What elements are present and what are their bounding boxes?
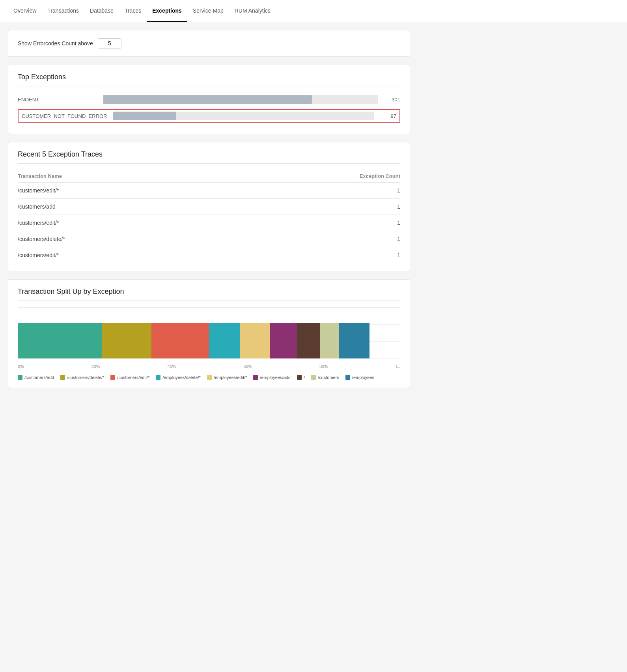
legend-item: /employees/delete/* — [156, 375, 201, 380]
filter-row: Show Errorcodes Count above — [18, 38, 400, 49]
legend-label: /employees/edit/* — [214, 375, 247, 380]
exception-row-highlighted[interactable]: CUSTOMER_NOT_FOUND_ERROR97 — [18, 109, 400, 123]
exception-count: 97 — [381, 113, 396, 119]
transaction-name-cell: /customers/add — [18, 199, 223, 215]
nav-item-rum-analytics[interactable]: RUM Analytics — [229, 0, 276, 22]
nav-item-overview[interactable]: Overview — [8, 0, 42, 22]
exception-row[interactable]: ENOENT301 — [18, 93, 400, 106]
table-row[interactable]: /customers/edit/*1 — [18, 183, 400, 199]
exception-name: CUSTOMER_NOT_FOUND_ERROR — [22, 113, 107, 119]
bar-segment-employees — [339, 323, 370, 358]
legend-label: /customers/add — [24, 375, 54, 380]
top-exceptions-card: Top Exceptions ENOENT301CUSTOMER_NOT_FOU… — [8, 65, 410, 134]
grid-line-top — [18, 307, 400, 308]
transaction-split-title: Transaction Split Up by Exception — [18, 287, 400, 301]
legend-label: / — [304, 375, 305, 380]
table-row[interactable]: /customers/edit/*1 — [18, 247, 400, 263]
legend-label: /customers/edit/* — [117, 375, 149, 380]
bar-segment-customers — [320, 323, 339, 358]
nav-item-traces[interactable]: Traces — [119, 0, 147, 22]
transaction-split-card: Transaction Split Up by Exception 0%20%4… — [8, 279, 410, 388]
legend-label: /customers/delete/* — [67, 375, 104, 380]
errorcode-count-input[interactable] — [98, 38, 121, 49]
top-exceptions-title: Top Exceptions — [18, 73, 400, 86]
nav-item-transactions[interactable]: Transactions — [42, 0, 84, 22]
x-axis-labels: 0%20%40%60%80%1.. — [18, 362, 400, 369]
bar-segment-customersedit — [151, 323, 209, 358]
table-row[interactable]: /customers/add1 — [18, 199, 400, 215]
legend-item: /employees/edit/* — [207, 375, 247, 380]
legend-item: /employees/add — [253, 375, 291, 380]
stacked-bar — [18, 323, 400, 358]
main-content: Show Errorcodes Count above Top Exceptio… — [0, 22, 418, 404]
bar-segment- — [297, 323, 320, 358]
traces-tbody: /customers/edit/*1/customers/add1/custom… — [18, 183, 400, 263]
legend-label: /employees — [352, 375, 374, 380]
exception-count-cell: 1 — [223, 183, 400, 199]
legend-item: /employees — [345, 375, 374, 380]
legend-label: /employees/delete/* — [162, 375, 201, 380]
legend-item: /customers — [311, 375, 339, 380]
legend-swatch — [207, 375, 212, 380]
nav-item-service-map[interactable]: Service Map — [187, 0, 229, 22]
nav-item-exceptions[interactable]: Exceptions — [147, 0, 187, 22]
legend-item: / — [297, 375, 305, 380]
legend-swatch — [18, 375, 22, 380]
table-row[interactable]: /customers/edit/*1 — [18, 215, 400, 231]
legend-item: /customers/delete/* — [60, 375, 104, 380]
legend-swatch — [345, 375, 350, 380]
x-label: 1.. — [396, 364, 400, 369]
legend-swatch — [60, 375, 65, 380]
transaction-name-cell: /customers/delete/* — [18, 231, 223, 247]
x-label: 20% — [91, 364, 100, 369]
transaction-name-cell: /customers/edit/* — [18, 247, 223, 263]
col-transaction-name: Transaction Name — [18, 170, 223, 183]
legend-swatch — [311, 375, 316, 380]
x-label: 60% — [243, 364, 252, 369]
bar-segment-customersadd — [18, 323, 102, 358]
exception-name: ENOENT — [18, 97, 97, 103]
bar-segment-employeesedit — [240, 323, 271, 358]
exception-count-cell: 1 — [223, 215, 400, 231]
main-nav: OverviewTransactionsDatabaseTracesExcept… — [0, 0, 627, 22]
transaction-name-cell: /customers/edit/* — [18, 183, 223, 199]
exception-count-cell: 1 — [223, 231, 400, 247]
legend-label: /customers — [318, 375, 339, 380]
transaction-name-cell: /customers/edit/* — [18, 215, 223, 231]
legend-item: /customers/add — [18, 375, 54, 380]
table-row[interactable]: /customers/delete/*1 — [18, 231, 400, 247]
chart-container: 0%20%40%60%80%1.. /customers/add/custome… — [18, 307, 400, 380]
chart-area: 0%20%40%60%80%1.. — [18, 307, 400, 370]
legend-label: /employees/add — [260, 375, 291, 380]
x-label: 80% — [319, 364, 328, 369]
legend-swatch — [253, 375, 258, 380]
nav-item-database[interactable]: Database — [84, 0, 119, 22]
recent-traces-card: Recent 5 Exception Traces Transaction Na… — [8, 142, 410, 271]
col-exception-count: Exception Count — [223, 170, 400, 183]
x-label: 0% — [18, 364, 24, 369]
filter-card: Show Errorcodes Count above — [8, 30, 410, 57]
filter-label: Show Errorcodes Count above — [18, 40, 93, 47]
bar-segment-employeesadd — [270, 323, 297, 358]
legend-item: /customers/edit/* — [110, 375, 149, 380]
traces-table: Transaction Name Exception Count /custom… — [18, 170, 400, 263]
bar-segment-employeesdelete — [209, 323, 240, 358]
legend-swatch — [156, 375, 160, 380]
exceptions-list: ENOENT301CUSTOMER_NOT_FOUND_ERROR97 — [18, 93, 400, 123]
chart-legend: /customers/add/customers/delete/*/custom… — [18, 375, 400, 380]
x-label: 40% — [167, 364, 176, 369]
legend-swatch — [297, 375, 302, 380]
exception-count-cell: 1 — [223, 199, 400, 215]
exception-count: 301 — [384, 97, 400, 103]
legend-swatch — [110, 375, 115, 380]
exception-count-cell: 1 — [223, 247, 400, 263]
recent-traces-title: Recent 5 Exception Traces — [18, 150, 400, 164]
bar-segment-customersdelete — [102, 323, 151, 358]
